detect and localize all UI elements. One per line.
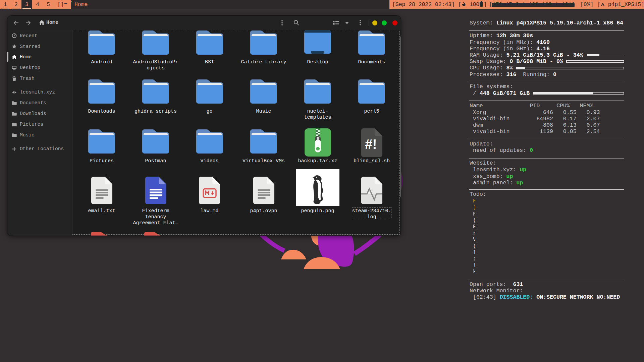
svg-text:#!: #! [365,137,377,152]
